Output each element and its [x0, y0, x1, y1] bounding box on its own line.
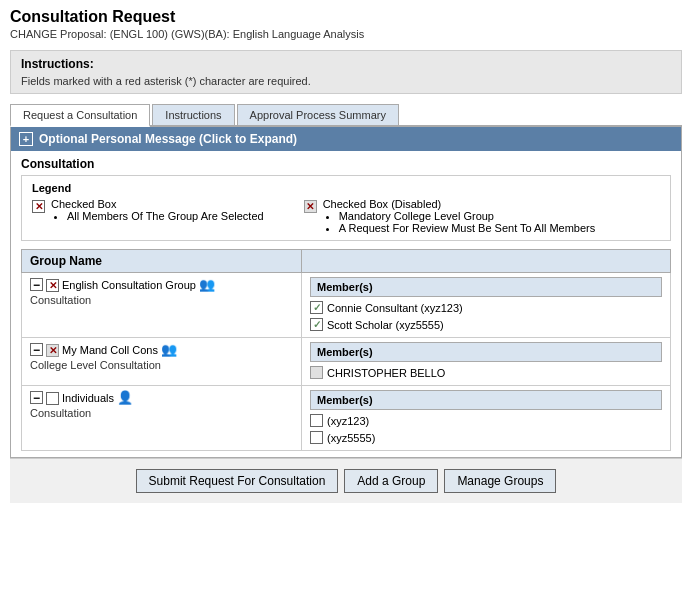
legend-item-1-bullet-1: All Members Of The Group Are Selected	[67, 210, 264, 222]
group-sub-label-2: College Level Consultation	[30, 359, 293, 371]
members-cell-3: Member(s) (xyz123) (xyz5555)	[302, 386, 671, 451]
legend-title: Legend	[32, 182, 660, 194]
tab-instructions[interactable]: Instructions	[152, 104, 234, 125]
members-cell-2: Member(s) CHRISTOPHER BELLO	[302, 338, 671, 386]
legend-item-2-list: Mandatory College Level Group A Request …	[335, 210, 596, 234]
legend-item-2-bullet-2: A Request For Review Must Be Sent To All…	[339, 222, 596, 234]
group-sub-label-3: Consultation	[30, 407, 293, 419]
col-group-name: Group Name	[22, 250, 302, 273]
col-members	[302, 250, 671, 273]
instructions-title: Instructions:	[21, 57, 671, 71]
minus-icon-3[interactable]: −	[30, 391, 43, 404]
group-name-cell-1: − ✕ English Consultation Group 👥 Consult…	[22, 273, 302, 338]
minus-icon-2[interactable]: −	[30, 343, 43, 356]
group-checkbox-1[interactable]: ✕	[46, 279, 59, 292]
member-name-1-1: Connie Consultant (xyz123)	[327, 302, 463, 314]
people-icon-3: 👤	[117, 390, 133, 405]
group-label-2: − ✕ My Mand Coll Cons 👥	[30, 342, 293, 357]
member-row: CHRISTOPHER BELLO	[310, 364, 662, 381]
people-icon-1: 👥	[199, 277, 215, 292]
member-row: ✓ Connie Consultant (xyz123)	[310, 299, 662, 316]
member-name-3-1: (xyz123)	[327, 415, 369, 427]
submit-button[interactable]: Submit Request For Consultation	[136, 469, 339, 493]
group-label-1: − ✕ English Consultation Group 👥	[30, 277, 293, 292]
tab-request-consultation[interactable]: Request a Consultation	[10, 104, 150, 127]
main-content: + Optional Personal Message (Click to Ex…	[10, 127, 682, 458]
legend-item-2: ✕ Checked Box (Disabled) Mandatory Colle…	[304, 198, 596, 234]
legend-checkbox-2: ✕	[304, 200, 317, 213]
page-header: Consultation Request CHANGE Proposal: (E…	[0, 0, 692, 44]
members-inner-3: (xyz123) (xyz5555)	[310, 412, 662, 446]
expand-bar[interactable]: + Optional Personal Message (Click to Ex…	[11, 127, 681, 151]
table-row: − ✕ My Mand Coll Cons 👥 College Level Co…	[22, 338, 671, 386]
group-sub-label-1: Consultation	[30, 294, 293, 306]
member-name-2-1: CHRISTOPHER BELLO	[327, 367, 445, 379]
people-icon-2: 👥	[161, 342, 177, 357]
members-cell-1: Member(s) ✓ Connie Consultant (xyz123) ✓…	[302, 273, 671, 338]
instructions-text: Fields marked with a red asterisk (*) ch…	[21, 75, 671, 87]
page-title: Consultation Request	[10, 8, 682, 26]
member-checkbox-3-1[interactable]	[310, 414, 323, 427]
members-inner-2: CHRISTOPHER BELLO	[310, 364, 662, 381]
expand-icon: +	[19, 132, 33, 146]
legend-item-1-list: All Members Of The Group Are Selected	[63, 210, 264, 222]
group-checkbox-3[interactable]	[46, 392, 59, 405]
legend-item-2-text: Checked Box (Disabled) Mandatory College…	[323, 198, 596, 234]
tabs-bar: Request a Consultation Instructions Appr…	[10, 104, 682, 127]
group-name-2: My Mand Coll Cons	[62, 344, 158, 356]
member-checkbox-1-2[interactable]: ✓	[310, 318, 323, 331]
member-checkbox-3-2[interactable]	[310, 431, 323, 444]
group-name-1: English Consultation Group	[62, 279, 196, 291]
group-checkbox-2[interactable]: ✕	[46, 344, 59, 357]
group-name-3: Individuals	[62, 392, 114, 404]
legend-item-1: ✕ Checked Box All Members Of The Group A…	[32, 198, 264, 222]
legend-item-2-bullet-1: Mandatory College Level Group	[339, 210, 596, 222]
members-header-2: Member(s)	[310, 342, 662, 362]
member-row: (xyz123)	[310, 412, 662, 429]
members-header-3: Member(s)	[310, 390, 662, 410]
member-name-1-2: Scott Scholar (xyz5555)	[327, 319, 444, 331]
member-name-3-2: (xyz5555)	[327, 432, 375, 444]
group-table: Group Name − ✕ English Consultation Grou…	[21, 249, 671, 451]
page-subtitle: CHANGE Proposal: (ENGL 100) (GWS)(BA): E…	[10, 28, 682, 40]
bottom-buttons: Submit Request For Consultation Add a Gr…	[10, 458, 682, 503]
member-checkbox-2-1[interactable]	[310, 366, 323, 379]
members-header-1: Member(s)	[310, 277, 662, 297]
add-group-button[interactable]: Add a Group	[344, 469, 438, 493]
member-checkbox-1-1[interactable]: ✓	[310, 301, 323, 314]
member-row: (xyz5555)	[310, 429, 662, 446]
minus-icon-1[interactable]: −	[30, 278, 43, 291]
table-row: − Individuals 👤 Consultation Member(s)	[22, 386, 671, 451]
consultation-section: Consultation Legend ✕ Checked Box All Me…	[11, 151, 681, 457]
instructions-box: Instructions: Fields marked with a red a…	[10, 50, 682, 94]
consultation-title: Consultation	[21, 157, 671, 171]
member-row: ✓ Scott Scholar (xyz5555)	[310, 316, 662, 333]
legend-row: ✕ Checked Box All Members Of The Group A…	[32, 198, 660, 234]
group-label-3: − Individuals 👤	[30, 390, 293, 405]
group-name-cell-2: − ✕ My Mand Coll Cons 👥 College Level Co…	[22, 338, 302, 386]
legend-checkbox-1: ✕	[32, 200, 45, 213]
tab-approval-process[interactable]: Approval Process Summary	[237, 104, 399, 125]
legend-box: Legend ✕ Checked Box All Members Of The …	[21, 175, 671, 241]
table-row: − ✕ English Consultation Group 👥 Consult…	[22, 273, 671, 338]
legend-item-1-text: Checked Box All Members Of The Group Are…	[51, 198, 264, 222]
expand-label: Optional Personal Message (Click to Expa…	[39, 132, 297, 146]
members-inner-1: ✓ Connie Consultant (xyz123) ✓ Scott Sch…	[310, 299, 662, 333]
manage-groups-button[interactable]: Manage Groups	[444, 469, 556, 493]
group-name-cell-3: − Individuals 👤 Consultation	[22, 386, 302, 451]
